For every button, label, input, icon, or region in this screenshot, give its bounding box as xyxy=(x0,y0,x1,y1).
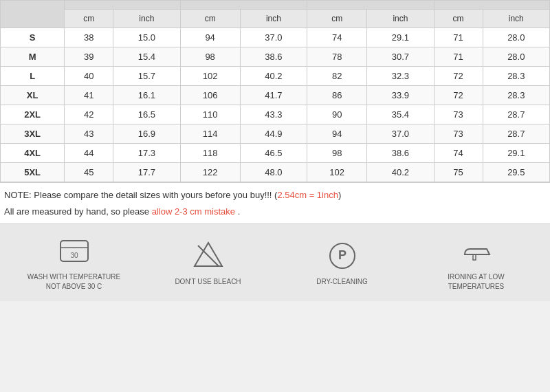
table-row: M3915.49838.67830.77128.0 xyxy=(1,47,550,67)
size-cell: 4XL xyxy=(1,144,65,163)
data-cell: 46.5 xyxy=(240,144,307,163)
data-cell: 16.9 xyxy=(113,124,180,144)
data-cell: 42 xyxy=(65,105,113,124)
notes-section: NOTE: Please compare the detail sizes wi… xyxy=(0,182,550,224)
data-cell: 73 xyxy=(434,124,483,144)
data-cell: 43.3 xyxy=(240,105,307,124)
size-cell: L xyxy=(1,67,65,86)
note-suffix-2: . xyxy=(235,206,240,217)
bleach-label: DON'T USE BLEACH xyxy=(175,277,241,287)
dry-icon: P xyxy=(325,239,360,273)
data-cell: 75 xyxy=(434,163,483,182)
table-row: 3XL4316.911444.99437.07328.7 xyxy=(1,124,550,144)
note-prefix-2: All are measured by hand, so please xyxy=(4,206,152,217)
size-cell: S xyxy=(1,28,65,47)
sh-inch-header: inch xyxy=(113,10,180,28)
table-row: L4015.710240.28232.37228.3 xyxy=(1,67,550,86)
size-cell: 2XL xyxy=(1,105,65,124)
note-suffix-1: ) xyxy=(338,190,341,200)
data-cell: 44.9 xyxy=(240,124,307,144)
data-cell: 28.3 xyxy=(483,67,549,86)
data-cell: 28.7 xyxy=(483,105,549,124)
le-cm-header: cm xyxy=(434,10,483,28)
data-cell: 29.5 xyxy=(483,163,549,182)
data-cell: 106 xyxy=(180,86,240,105)
note-prefix-1: NOTE: Please compare the detail sizes wi… xyxy=(4,190,277,200)
wash-icon: 30 xyxy=(57,234,91,268)
data-cell: 122 xyxy=(180,163,240,182)
data-cell: 82 xyxy=(307,67,367,86)
care-iron: IRONING AT LOWTEMPERATURES xyxy=(417,234,536,292)
table-row: S3815.09437.07429.17128.0 xyxy=(1,28,550,47)
data-cell: 48.0 xyxy=(240,163,307,182)
data-cell: 114 xyxy=(180,124,240,144)
data-cell: 17.3 xyxy=(113,144,180,163)
table-row: 4XL4417.311846.59838.67429.1 xyxy=(1,144,550,163)
data-cell: 37.0 xyxy=(367,124,434,144)
sh-cm-header: cm xyxy=(65,10,113,28)
data-cell: 98 xyxy=(180,47,240,67)
data-cell: 40.2 xyxy=(240,67,307,86)
data-cell: 74 xyxy=(434,144,483,163)
data-cell: 37.0 xyxy=(240,28,307,47)
data-cell: 110 xyxy=(180,105,240,124)
size-cell: XL xyxy=(1,86,65,105)
data-cell: 71 xyxy=(434,28,483,47)
data-cell: 28.3 xyxy=(483,86,549,105)
data-cell: 38.6 xyxy=(367,144,434,163)
data-cell: 28.0 xyxy=(483,47,549,67)
data-cell: 94 xyxy=(307,124,367,144)
table-row: XL4116.110641.78633.97228.3 xyxy=(1,86,550,105)
data-cell: 43 xyxy=(65,124,113,144)
wash-label: WASH WITH TEMPERATURENOT ABOVE 30 C xyxy=(28,272,120,292)
care-wash: 30 WASH WITH TEMPERATURENOT ABOVE 30 C xyxy=(15,234,133,292)
data-cell: 102 xyxy=(180,67,240,86)
bu-cm-header: cm xyxy=(180,10,240,28)
le-inch-header: inch xyxy=(483,10,549,28)
data-cell: 29.1 xyxy=(367,28,434,47)
svg-text:P: P xyxy=(338,248,346,262)
sl-cm-header: cm xyxy=(307,10,367,28)
note-red-2: allow 2-3 cm mistake xyxy=(152,206,235,217)
data-cell: 15.0 xyxy=(113,28,180,47)
size-cell: M xyxy=(1,47,65,67)
iron-label: IRONING AT LOWTEMPERATURES xyxy=(448,272,504,292)
data-cell: 71 xyxy=(434,47,483,67)
data-cell: 94 xyxy=(180,28,240,47)
data-cell: 73 xyxy=(434,105,483,124)
iron-icon xyxy=(459,234,494,268)
care-instructions: 30 WASH WITH TEMPERATURENOT ABOVE 30 C D… xyxy=(0,224,550,301)
data-cell: 98 xyxy=(307,144,367,163)
data-cell: 15.7 xyxy=(113,67,180,86)
size-header xyxy=(1,1,65,28)
size-table: cm inch cm inch cm inch cm inch S3815.09… xyxy=(0,0,550,182)
data-cell: 35.4 xyxy=(367,105,434,124)
data-cell: 72 xyxy=(434,86,483,105)
bleach-icon xyxy=(191,239,226,273)
data-cell: 41 xyxy=(65,86,113,105)
data-cell: 90 xyxy=(307,105,367,124)
data-cell: 40 xyxy=(65,67,113,86)
sl-inch-header: inch xyxy=(367,10,434,28)
data-cell: 39 xyxy=(65,47,113,67)
table-row: 2XL4216.511043.39035.47328.7 xyxy=(1,105,550,124)
svg-text:30: 30 xyxy=(70,252,78,259)
sleeves-header xyxy=(307,1,434,10)
data-cell: 28.7 xyxy=(483,124,549,144)
data-cell: 16.1 xyxy=(113,86,180,105)
dry-label: DRY-CLEANING xyxy=(316,277,367,287)
size-cell: 3XL xyxy=(1,124,65,144)
data-cell: 33.9 xyxy=(367,86,434,105)
svg-rect-7 xyxy=(473,254,476,260)
note-line-1: NOTE: Please compare the detail sizes wi… xyxy=(4,188,546,202)
data-cell: 72 xyxy=(434,67,483,86)
data-cell: 30.7 xyxy=(367,47,434,67)
bu-inch-header: inch xyxy=(240,10,307,28)
shoulder-header xyxy=(65,1,180,10)
data-cell: 45 xyxy=(65,163,113,182)
data-cell: 44 xyxy=(65,144,113,163)
size-chart-container: cm inch cm inch cm inch cm inch S3815.09… xyxy=(0,0,550,301)
data-cell: 38.6 xyxy=(240,47,307,67)
note-red-1: 2.54cm = 1inch xyxy=(277,190,338,200)
data-cell: 41.7 xyxy=(240,86,307,105)
